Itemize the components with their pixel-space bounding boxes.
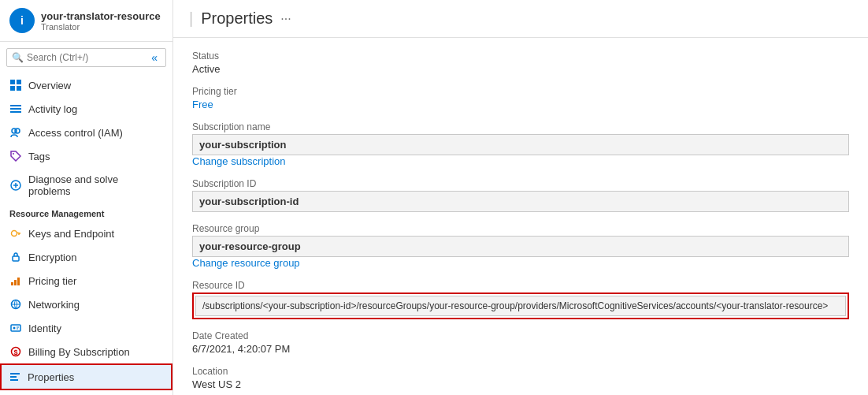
svg-rect-4 [10,105,21,106]
sidebar-item-tags[interactable]: Tags [0,144,172,168]
svg-rect-13 [11,282,13,285]
encryption-icon [9,251,22,263]
translator-icon: i [9,8,35,33]
svg-rect-12 [13,256,19,261]
svg-rect-5 [10,108,21,110]
resource-group-input: your-resource-group [192,236,849,257]
resource-id-value: /subscriptions/<your-subscription-id>/re… [195,296,846,316]
subscription-name-label: Subscription name [192,121,849,132]
svg-rect-23 [10,379,18,381]
pricing-tier-value: Free [192,99,849,110]
sidebar-item-diagnose[interactable]: Diagnose and solve problems [0,168,172,203]
svg-point-11 [12,231,17,237]
sidebar-item-keys-endpoint[interactable]: Keys and Endpoint [0,222,172,245]
svg-rect-22 [10,376,17,378]
sidebar-item-overview[interactable]: Overview [0,73,172,97]
tags-icon [9,150,22,162]
resource-management-section-label: Resource Management [0,203,172,222]
sidebar-item-pricing-tier[interactable]: Pricing tier [0,269,172,293]
sidebar-item-access-control-label: Access control (IAM) [28,127,123,139]
top-bar: | Properties ··· [173,0,868,38]
activity-log-icon [9,102,22,115]
identity-icon [9,322,22,334]
sidebar-item-encryption[interactable]: Encryption [0,245,172,269]
sidebar-item-tags-label: Tags [28,151,50,162]
location-value: West US 2 [192,378,849,390]
date-created-field: Date Created 6/7/2021, 4:20:07 PM [192,330,849,355]
sidebar-header: i your-translator-resource Translator [0,0,172,42]
resource-id-box: /subscriptions/<your-subscription-id>/re… [192,293,849,319]
location-field: Location West US 2 [192,366,849,390]
location-label: Location [192,366,849,377]
search-box[interactable]: 🔍 « [6,48,166,67]
sidebar-item-activity-log[interactable]: Activity log [0,97,172,121]
collapse-button[interactable]: « [148,51,161,64]
svg-rect-1 [17,80,21,84]
sidebar-item-billing[interactable]: $ Billing By Subscription [0,340,172,363]
sidebar-header-text: your-translator-resource Translator [41,10,161,32]
access-control-icon [9,126,22,139]
resource-type: Translator [41,22,161,32]
pricing-tier-label: Pricing tier [192,86,849,97]
svg-point-8 [15,129,20,133]
change-subscription-link[interactable]: Change subscription [192,155,286,167]
main-content: | Properties ··· Status Active Pricing t… [173,0,868,395]
sidebar-item-activity-log-label: Activity log [28,103,77,115]
svg-rect-0 [10,80,15,84]
more-icon[interactable]: ··· [280,12,291,26]
date-created-label: Date Created [192,330,849,341]
sidebar-item-billing-label: Billing By Subscription [28,346,130,358]
sidebar-item-pricing-label: Pricing tier [28,275,76,287]
subscription-id-input: your-subscription-id [192,191,849,212]
sidebar-item-access-control[interactable]: Access control (IAM) [0,121,172,144]
svg-rect-6 [10,111,21,113]
sidebar-item-properties-label: Properties [28,371,74,383]
svg-rect-3 [17,86,21,91]
status-label: Status [192,50,849,61]
resource-group-field: Resource group your-resource-group Chang… [192,223,849,269]
svg-point-9 [13,153,14,155]
overview-icon [9,79,22,91]
sidebar-item-identity[interactable]: Identity [0,316,172,340]
sidebar-item-properties[interactable]: Properties [0,363,172,390]
networking-icon [9,298,22,311]
svg-point-18 [13,327,16,330]
pricing-icon [9,274,22,287]
status-field: Status Active [192,50,849,75]
title-separator: | [189,9,193,28]
svg-rect-14 [14,280,17,285]
svg-rect-2 [10,86,15,91]
change-resource-group-link[interactable]: Change resource group [192,257,300,269]
subscription-id-label: Subscription ID [192,178,849,189]
status-value: Active [192,63,849,75]
resource-name: your-translator-resource [41,10,161,22]
keys-icon [9,227,22,240]
svg-text:$: $ [14,348,18,356]
svg-rect-15 [17,278,20,285]
properties-icon [9,371,21,383]
subscription-name-input: your-subscription [192,134,849,155]
sidebar-item-networking[interactable]: Networking [0,293,172,316]
resource-id-label: Resource ID [192,280,849,291]
sidebar-item-diagnose-label: Diagnose and solve problems [28,173,163,197]
billing-icon: $ [9,345,22,358]
resource-id-field: Resource ID /subscriptions/<your-subscri… [192,280,849,319]
sidebar-item-encryption-label: Encryption [28,252,76,263]
subscription-name-field: Subscription name your-subscription Chan… [192,121,849,167]
page-title: Properties [201,9,273,28]
content-area: Status Active Pricing tier Free Subscrip… [173,38,868,395]
sidebar-item-identity-label: Identity [28,322,61,334]
date-created-value: 6/7/2021, 4:20:07 PM [192,343,849,355]
sidebar-item-networking-label: Networking [28,299,80,311]
pricing-tier-field: Pricing tier Free [192,86,849,110]
search-icon: 🔍 [12,52,24,63]
diagnose-icon [9,179,22,192]
sidebar-item-keys-label: Keys and Endpoint [28,228,114,240]
search-input[interactable] [27,52,145,63]
resource-group-label: Resource group [192,223,849,234]
subscription-id-field: Subscription ID your-subscription-id [192,178,849,212]
sidebar: i your-translator-resource Translator 🔍 … [0,0,173,395]
sidebar-item-locks[interactable]: Locks [0,390,172,395]
svg-rect-17 [11,325,20,331]
sidebar-item-overview-label: Overview [28,80,71,91]
